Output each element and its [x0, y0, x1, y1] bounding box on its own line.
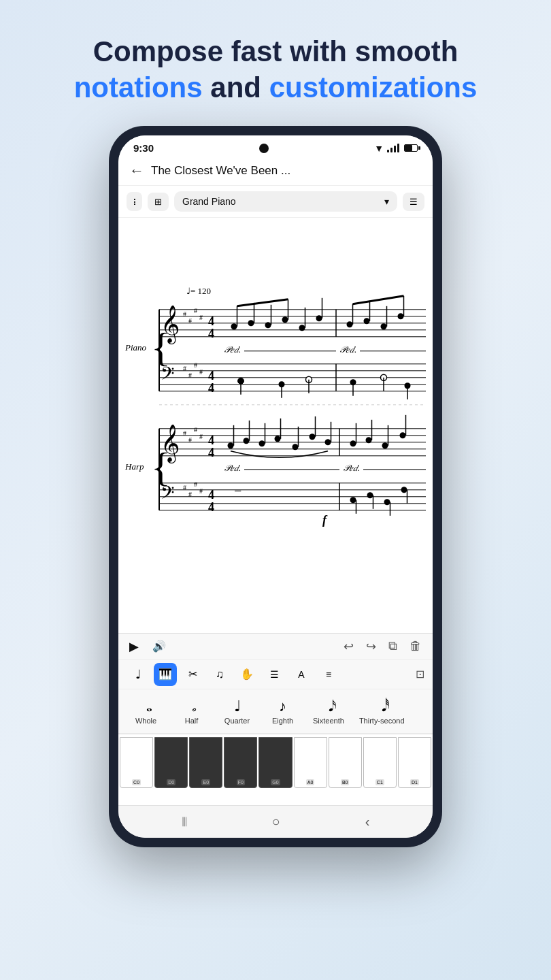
note-whole[interactable]: 𝅝 Whole — [124, 693, 168, 729]
svg-text:𝒫𝑒𝑑.: 𝒫𝑒𝑑. — [343, 463, 360, 473]
key-label-G0: G0 — [271, 779, 280, 785]
nav-back-icon[interactable]: ‹ — [365, 814, 370, 830]
key-label-F0: F0 — [237, 779, 245, 785]
svg-text:4: 4 — [208, 314, 214, 328]
svg-point-86 — [259, 440, 265, 446]
instrument-dropdown[interactable]: Grand Piano ▾ — [174, 191, 397, 212]
key-E0[interactable]: E0 — [189, 737, 222, 788]
key-A0[interactable]: A0 — [294, 737, 327, 788]
lines-icon: ⫶ — [132, 196, 137, 207]
key-C1[interactable]: C1 — [363, 737, 397, 788]
tab-collapse-button[interactable]: ⊡ — [416, 668, 424, 681]
svg-text:f: f — [322, 513, 328, 527]
list-tab[interactable]: ≡ — [317, 663, 340, 686]
notes-button[interactable]: ☰ — [403, 193, 424, 211]
volume-button[interactable]: 🔊 — [152, 640, 166, 653]
key-label-A0: A0 — [306, 779, 315, 785]
delete-button[interactable]: 🗑 — [410, 639, 422, 653]
key-B0[interactable]: B0 — [329, 737, 362, 788]
play-button[interactable]: ▶ — [129, 639, 139, 654]
svg-point-22 — [299, 325, 305, 331]
svg-point-27 — [347, 321, 353, 327]
svg-text:#: # — [183, 484, 186, 491]
playback-bar: ▶ 🔊 ↩ ↪ ⧉ 🗑 — [118, 634, 433, 660]
svg-text:#: # — [199, 433, 203, 440]
svg-point-125 — [367, 492, 373, 498]
key-F0[interactable]: F0 — [224, 737, 257, 788]
svg-text:♩= 120: ♩= 120 — [186, 286, 211, 296]
back-button[interactable]: ← — [129, 162, 144, 180]
scissors-tab[interactable]: ✂ — [181, 663, 204, 686]
svg-text:4: 4 — [208, 488, 214, 502]
lines-tool-button[interactable]: ⫶ — [127, 192, 142, 211]
note-quarter[interactable]: ♩ Quarter — [215, 693, 259, 729]
svg-text:4: 4 — [208, 446, 214, 459]
sheet-music-area[interactable]: ♩= 120 Piano 𝄞 # # # # 4 4 — [118, 218, 433, 633]
phone-frame: 9:30 ▼ ← The Closest We've Been ... — [109, 126, 442, 847]
svg-line-36 — [353, 296, 404, 304]
key-label-C0: C0 — [132, 779, 141, 785]
whole-note-label: Whole — [135, 717, 156, 725]
svg-text:#: # — [194, 361, 197, 369]
quarter-note-label: Quarter — [224, 717, 250, 725]
svg-text:{: { — [151, 325, 171, 370]
svg-point-127 — [384, 499, 390, 505]
svg-point-24 — [316, 315, 322, 321]
svg-point-18 — [265, 322, 271, 328]
svg-text:#: # — [199, 368, 203, 376]
signal-icon — [387, 144, 399, 152]
piano-tab[interactable]: 🎹 — [154, 663, 177, 686]
lines-tab[interactable]: ☰ — [263, 663, 286, 686]
svg-text:#: # — [199, 314, 203, 321]
piano-tool-button[interactable]: ⊞ — [148, 193, 169, 211]
svg-text:−: − — [234, 483, 241, 498]
note-thirty-second[interactable]: 𝅘𝅥𝅰 Thirty-second — [352, 693, 412, 729]
note-selector: 𝅝 Whole 𝅗 Half ♩ Quarter ♪ Eighth 𝅘𝅥𝅯 — [118, 689, 433, 734]
text-tab[interactable]: A — [290, 663, 313, 686]
svg-line-35 — [237, 299, 288, 306]
svg-point-101 — [382, 442, 388, 448]
key-D1[interactable]: D1 — [398, 737, 431, 788]
note-half[interactable]: 𝅗 Half — [169, 693, 214, 729]
svg-text:Harp: Harp — [124, 461, 144, 472]
headline-and: and — [203, 71, 269, 103]
hand-tab[interactable]: ✋ — [235, 663, 258, 686]
nav-recents-icon[interactable]: ⦀ — [182, 814, 187, 830]
key-label-C1: C1 — [375, 779, 384, 785]
svg-text:#: # — [199, 487, 203, 495]
svg-text:4: 4 — [208, 500, 214, 514]
camera-cutout — [259, 144, 269, 153]
note-sixteenth[interactable]: 𝅘𝅥𝅯 Sixteenth — [306, 693, 351, 729]
chord-tab[interactable]: ♫ — [208, 663, 231, 686]
svg-point-123 — [350, 497, 356, 503]
svg-text:Piano: Piano — [124, 342, 147, 353]
key-label-D0: D0 — [167, 779, 176, 785]
status-icons: ▼ — [374, 143, 418, 154]
svg-point-33 — [398, 313, 404, 319]
svg-text:#: # — [194, 480, 197, 488]
note-tab[interactable]: ♩ — [127, 663, 150, 686]
copy-button[interactable]: ⧉ — [388, 639, 397, 653]
song-title: The Closest We've Been ... — [151, 164, 422, 178]
instrument-name: Grand Piano — [182, 196, 236, 207]
note-eighth[interactable]: ♪ Eighth — [261, 693, 305, 729]
menu-icon: ☰ — [410, 197, 418, 207]
svg-text:4: 4 — [208, 434, 214, 447]
nav-home-icon[interactable]: ○ — [272, 814, 280, 830]
action-icons: ↩ ↪ ⧉ 🗑 — [344, 639, 422, 654]
svg-text:4: 4 — [208, 327, 214, 340]
svg-text:#: # — [188, 491, 192, 498]
svg-point-82 — [228, 442, 234, 448]
undo-button[interactable]: ↩ — [344, 639, 354, 654]
svg-text:#: # — [188, 372, 192, 379]
wifi-icon: ▼ — [374, 143, 384, 154]
key-C0[interactable]: C0 — [120, 737, 153, 788]
white-keys-row: C0 D0 E0 F0 G0 — [118, 737, 433, 788]
svg-text:#: # — [183, 365, 186, 372]
redo-button[interactable]: ↪ — [366, 639, 376, 654]
key-G0[interactable]: G0 — [258, 737, 292, 788]
svg-text:𝒫𝑒𝑑.: 𝒫𝑒𝑑. — [224, 463, 241, 473]
svg-point-16 — [248, 320, 254, 326]
key-D0[interactable]: D0 — [154, 737, 188, 788]
headline-customizations: customizations — [269, 71, 478, 103]
